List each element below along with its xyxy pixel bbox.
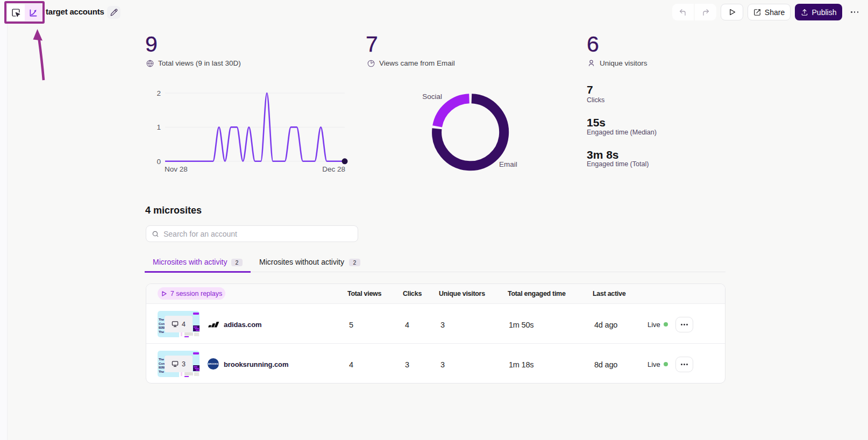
svg-text:Nov 28: Nov 28 [165, 165, 188, 173]
svg-text:2: 2 [156, 89, 161, 97]
svg-text:0: 0 [156, 158, 161, 166]
svg-text:Social: Social [422, 93, 442, 101]
svg-text:Email: Email [499, 160, 517, 168]
svg-text:1: 1 [156, 123, 161, 131]
svg-text:Dec 28: Dec 28 [322, 165, 345, 173]
